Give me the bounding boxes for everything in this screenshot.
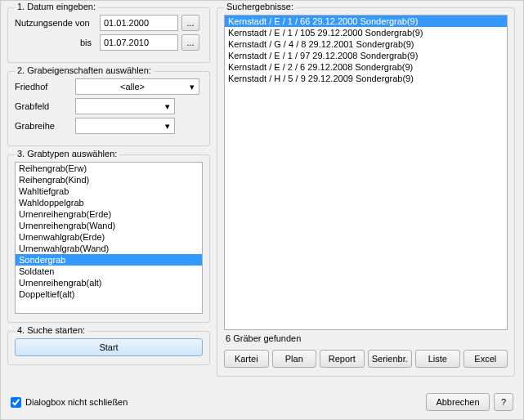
section-grabtypen: 3. Grabtypen auswählen: Reihengrab(Erw)R… bbox=[7, 154, 210, 323]
serienbr-button[interactable]: Serienbr. bbox=[368, 350, 413, 368]
start-button[interactable]: Start bbox=[15, 338, 203, 356]
list-item[interactable]: Soldaten bbox=[16, 266, 202, 277]
section-suche: 4. Suche starten: Start bbox=[7, 331, 210, 365]
results-count: 6 Gräber gefunden bbox=[226, 333, 508, 343]
list-item[interactable]: Kernstadt / H / 5 / 9 29.12.2009 Sonderg… bbox=[225, 73, 507, 84]
list-item[interactable]: Urnenreihengrab(Wand) bbox=[16, 220, 202, 231]
grabfeld-select[interactable] bbox=[75, 98, 175, 114]
footer: Dialogbox nicht schließen Abbrechen ? bbox=[11, 393, 513, 411]
list-item[interactable]: Kernstadt / E / 1 / 66 29.12.2000 Sonder… bbox=[225, 16, 507, 27]
date-to-input[interactable] bbox=[100, 34, 178, 51]
liste-button[interactable]: Liste bbox=[415, 350, 460, 368]
list-item[interactable]: Wahldoppelgrab bbox=[16, 197, 202, 208]
report-button[interactable]: Report bbox=[320, 350, 365, 368]
list-item[interactable]: Urnenreihengrab(Erde) bbox=[16, 208, 202, 220]
section4-title: 4. Suche starten: bbox=[15, 325, 87, 335]
list-item[interactable]: Kernstadt / E / 2 / 6 29.12.2008 Sonderg… bbox=[225, 61, 507, 73]
abbrechen-button[interactable]: Abbrechen bbox=[426, 393, 490, 411]
help-button[interactable]: ? bbox=[494, 393, 513, 411]
results-listbox[interactable]: Kernstadt / E / 1 / 66 29.12.2000 Sonder… bbox=[224, 15, 508, 330]
date-from-input[interactable] bbox=[100, 15, 178, 31]
date-from-browse-button[interactable]: ... bbox=[181, 15, 199, 31]
grabreihe-label: Grabreihe bbox=[15, 121, 72, 131]
list-item[interactable]: Urnenwahlgrab(Wand) bbox=[16, 243, 202, 254]
list-item[interactable]: Doppeltief(alt) bbox=[16, 288, 202, 300]
from-label: Nutzungsende von bbox=[15, 18, 96, 28]
keep-open-checkbox[interactable] bbox=[11, 397, 21, 408]
list-item[interactable]: Urnenwahlgrab(Erde) bbox=[16, 231, 202, 243]
kartei-button[interactable]: Kartei bbox=[224, 350, 269, 368]
friedhof-label: Friedhof bbox=[15, 82, 72, 92]
section3-title: 3. Grabtypen auswählen: bbox=[15, 149, 119, 159]
list-item[interactable]: Kernstadt / E / 1 / 97 29.12.2008 Sonder… bbox=[225, 50, 507, 61]
to-label: bis bbox=[15, 38, 96, 47]
keep-open-label[interactable]: Dialogbox nicht schließen bbox=[25, 397, 128, 407]
date-to-browse-button[interactable]: ... bbox=[181, 34, 199, 51]
section-datum: 1. Datum eingeben: Nutzungsende von ... … bbox=[7, 7, 210, 63]
list-item[interactable]: Wahltiefgrab bbox=[16, 185, 202, 197]
section-results: Suchergebnisse: Kernstadt / E / 1 / 66 2… bbox=[217, 7, 515, 377]
grabreihe-select[interactable] bbox=[75, 118, 175, 134]
excel-button[interactable]: Excel bbox=[464, 350, 508, 368]
list-item[interactable]: Reihengrab(Kind) bbox=[16, 174, 202, 185]
section1-title: 1. Datum eingeben: bbox=[15, 2, 98, 11]
results-title: Suchergebnisse: bbox=[224, 2, 296, 11]
list-item[interactable]: Reihengrab(Erw) bbox=[16, 163, 202, 174]
grabfeld-label: Grabfeld bbox=[15, 101, 72, 111]
grabtypen-listbox[interactable]: Reihengrab(Erw)Reihengrab(Kind)Wahltiefg… bbox=[15, 162, 203, 314]
action-button-row: Kartei Plan Report Serienbr. Liste Excel bbox=[224, 350, 508, 368]
plan-button[interactable]: Plan bbox=[272, 350, 317, 368]
section2-title: 2. Grabeigenschaften auswählen: bbox=[15, 65, 154, 75]
list-item[interactable]: Urnenreihengrab(alt) bbox=[16, 277, 202, 288]
list-item[interactable]: Kernstadt / G / 4 / 8 29.12.2001 Sonderg… bbox=[225, 38, 507, 50]
friedhof-select[interactable] bbox=[75, 78, 199, 95]
list-item[interactable]: Sondergrab bbox=[16, 254, 202, 266]
section-eigenschaften: 2. Grabeigenschaften auswählen: Friedhof… bbox=[7, 71, 210, 146]
list-item[interactable]: Kernstadt / E / 1 / 105 29.12.2000 Sonde… bbox=[225, 27, 507, 38]
